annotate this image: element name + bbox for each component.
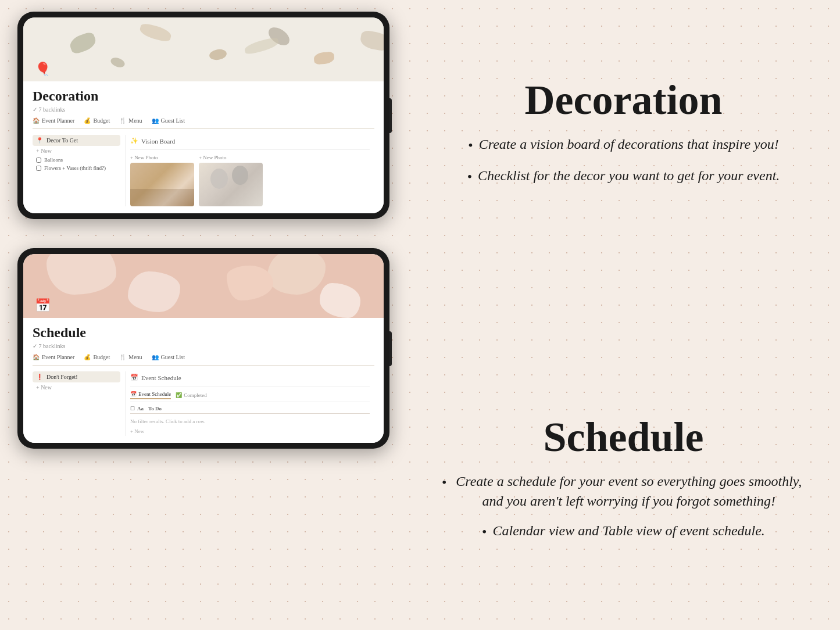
schedule-bullet-1: Create a schedule for your event so ever… xyxy=(442,472,805,511)
add-row-btn[interactable]: + New xyxy=(130,427,370,436)
decoration-notion-content: Decoration ✓ 7 backlinks 🏠 Event Planner… xyxy=(23,81,384,213)
tab-event-schedule[interactable]: 📅 Event Schedule xyxy=(130,391,171,399)
schedule-bullet-list: Create a schedule for your event so ever… xyxy=(442,472,805,553)
decoration-screen: 🎈 Decoration ✓ 7 backlinks 🏠 Event Plann… xyxy=(23,17,384,213)
decoration-page-title: Decoration xyxy=(33,88,374,104)
vision-board-header: ✨ Vision Board xyxy=(130,135,370,150)
nav-menu[interactable]: 🍴 Menu xyxy=(119,117,142,124)
schedule-page-title: Schedule xyxy=(33,325,374,341)
right-panel: Decoration Create a vision board of deco… xyxy=(407,0,840,630)
schedule-banner: 📅 xyxy=(23,254,384,318)
schedule-table-header: ☐ Aa To Do xyxy=(130,406,370,414)
sidebar-add-new[interactable]: + New xyxy=(33,146,120,156)
checkbox-flowers[interactable] xyxy=(36,166,41,171)
event-schedule-header: 📅 Event Schedule xyxy=(130,371,370,386)
schedule-tablet: 📅 Schedule ✓ 7 backlinks 🏠 Event Planner… xyxy=(17,248,389,449)
balloon-icon: 🎈 xyxy=(35,62,51,77)
sched-nav-guest-list[interactable]: 👥 Guest List xyxy=(152,354,185,360)
schedule-nav: 🏠 Event Planner 💰 Budget 🍴 Menu 👥 Guest … xyxy=(33,354,374,366)
schedule-right-section: Schedule Create a schedule for your even… xyxy=(442,414,805,553)
photo-cake-thumbnail xyxy=(130,163,194,206)
decoration-banner: 🎈 xyxy=(23,17,384,81)
decoration-right-section: Decoration Create a vision board of deco… xyxy=(442,77,805,197)
photo-col-1: + New Photo xyxy=(130,155,194,206)
decoration-bullet-2: Checklist for the decor you want to get … xyxy=(467,166,780,187)
decoration-backlinks: ✓ 7 backlinks xyxy=(33,106,374,113)
photo-grid: + New Photo + New Photo xyxy=(130,155,370,206)
decoration-tablet: 🎈 Decoration ✓ 7 backlinks 🏠 Event Plann… xyxy=(17,12,389,219)
schedule-screen: 📅 Schedule ✓ 7 backlinks 🏠 Event Planner… xyxy=(23,254,384,443)
sched-nav-menu[interactable]: 🍴 Menu xyxy=(119,354,142,360)
checklist-flowers: Flowers + Vases (thrift find?) xyxy=(33,164,120,172)
schedule-notion-content: Schedule ✓ 7 backlinks 🏠 Event Planner 💰… xyxy=(23,318,384,443)
sched-sidebar-add[interactable]: + New xyxy=(33,382,120,392)
sidebar-decor-to-get[interactable]: 📍 Decor To Get xyxy=(33,135,120,146)
decoration-body: 📍 Decor To Get + New Balloons Flowers + … xyxy=(33,135,374,206)
decoration-bullet-1: Create a vision board of decorations tha… xyxy=(467,135,780,156)
nav-guest-list[interactable]: 👥 Guest List xyxy=(152,117,185,124)
photo-add-2[interactable]: + New Photo xyxy=(199,155,263,160)
schedule-title: Schedule xyxy=(543,414,703,460)
decoration-nav: 🏠 Event Planner 💰 Budget 🍴 Menu 👥 Guest … xyxy=(33,117,374,129)
photo-col-2: + New Photo xyxy=(199,155,263,206)
photo-add-1[interactable]: + New Photo xyxy=(130,155,194,160)
checkbox-balloons[interactable] xyxy=(36,158,41,163)
section-divider xyxy=(442,305,805,306)
decoration-sidebar: 📍 Decor To Get + New Balloons Flowers + … xyxy=(33,135,126,206)
left-panel: 🎈 Decoration ✓ 7 backlinks 🏠 Event Plann… xyxy=(0,0,407,630)
schedule-table-tabs: 📅 Event Schedule ✅ Completed xyxy=(130,391,370,402)
schedule-backlinks: ✓ 7 backlinks xyxy=(33,343,374,349)
schedule-sidebar: ❗ Don't Forget! + New xyxy=(33,371,126,436)
decoration-title: Decoration xyxy=(525,77,723,123)
schedule-body: ❗ Don't Forget! + New 📅 Event Schedule xyxy=(33,371,374,436)
nav-event-planner[interactable]: 🏠 Event Planner xyxy=(33,117,74,124)
schedule-bullet-2: Calendar view and Table view of event sc… xyxy=(442,521,805,542)
tab-completed[interactable]: ✅ Completed xyxy=(176,391,207,399)
sched-nav-budget[interactable]: 💰 Budget xyxy=(84,354,110,360)
sched-nav-event-planner[interactable]: 🏠 Event Planner xyxy=(33,354,74,360)
no-filter-text: No filter results. Click to add a row. xyxy=(130,416,370,427)
calendar-icon: 📅 xyxy=(35,298,51,313)
decoration-main: ✨ Vision Board + New Photo + New Photo xyxy=(126,135,374,206)
sidebar-dont-forget[interactable]: ❗ Don't Forget! xyxy=(33,371,120,382)
schedule-main: 📅 Event Schedule 📅 Event Schedule ✅ xyxy=(126,371,374,436)
checklist-balloons: Balloons xyxy=(33,156,120,164)
photo-balloons-thumbnail xyxy=(199,163,263,206)
decoration-bullet-list: Create a vision board of decorations tha… xyxy=(467,135,780,197)
nav-budget[interactable]: 💰 Budget xyxy=(84,117,110,124)
